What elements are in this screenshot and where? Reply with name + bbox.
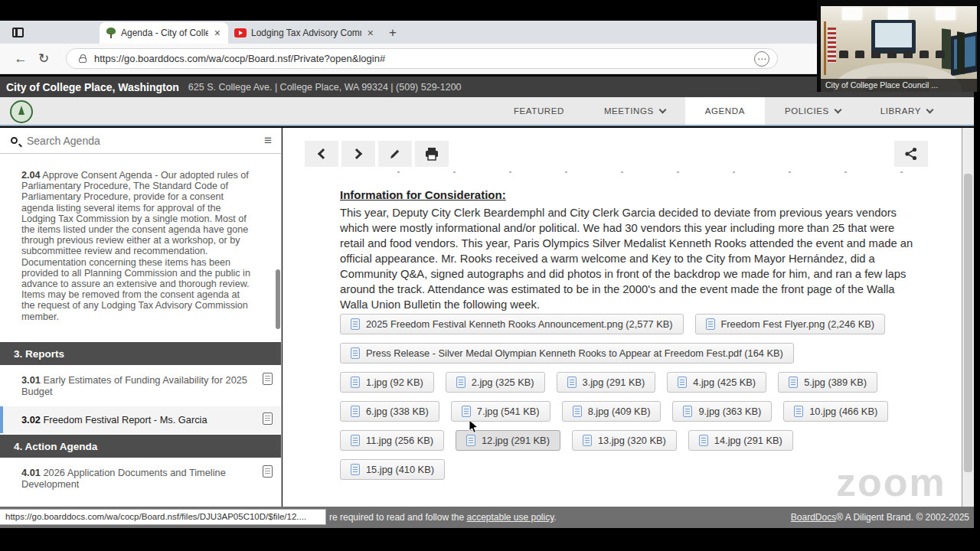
clipped-text-remnants [397,171,903,173]
close-tab-icon[interactable]: × [366,27,375,39]
printer-icon [424,147,439,161]
attachment-button[interactable]: Press Release - Silver Medal Olympian Ke… [340,343,794,364]
tab-title: Lodging Tax Advisory Commissio [251,28,361,38]
attachment-label: 8.jpg (409 KB) [588,406,651,417]
attachment-label: 15.jpg (410 KB) [366,464,434,475]
acceptable-use-policy-link[interactable]: acceptable use policy [466,512,554,523]
browser-back-button[interactable]: ← [9,51,32,67]
file-icon [462,406,471,417]
nav-item-policies[interactable]: POLICIES [765,97,861,125]
tab-agenda[interactable]: Agenda - City of College Place, W × [100,22,228,44]
attachment-label: 6.jpg (338 KB) [366,406,429,417]
attachment-button[interactable]: 15.jpg (410 KB) [340,459,445,480]
toolbar [305,141,449,167]
attachment-button[interactable]: 14.jpg (291 KB) [688,430,793,451]
lock-icon [79,57,87,63]
file-icon [678,377,687,388]
nav-item-label: FEATURED [514,106,564,116]
file-icon [351,318,360,330]
chevron-down-icon [658,106,666,114]
attachment-button[interactable]: 1.jpg (92 KB) [340,372,434,393]
chevron-down-icon [834,106,841,114]
edit-button[interactable] [378,141,412,167]
file-icon [789,377,798,388]
file-icon [351,464,360,475]
url-text[interactable]: https://go.boarddocs.com/wa/cocp/Board.n… [94,53,754,64]
agenda-item-4-01[interactable]: 4.01 2026 Application Documents and Time… [0,459,282,497]
more-options-icon[interactable]: ⋯ [754,51,769,67]
attachment-button[interactable]: 6.jpg (338 KB) [340,401,439,422]
agenda-section-header[interactable]: 4. Action Agenda [0,435,282,458]
attachment-button[interactable]: 4.jpg (425 KB) [667,372,766,393]
section-header-label: 3. Reports [14,348,64,360]
ceiling-light [936,8,956,20]
attachment-button[interactable]: 8.jpg (409 KB) [562,401,662,422]
pencil-icon [388,147,402,161]
file-icon [573,406,582,417]
print-button[interactable] [415,141,449,167]
attachment-row: 1.jpg (92 KB) 2.jpg (325 KB) 3.jpg (291 … [340,372,888,393]
document-icon [263,412,273,425]
section-header-label: 4. Action Agenda [14,441,97,452]
agenda-section-header[interactable]: 3. Reports [0,342,282,365]
url-input[interactable]: https://go.boarddocs.com/wa/cocp/Board.n… [66,48,778,69]
attachment-button[interactable]: 2.jpg (325 KB) [446,372,545,393]
next-item-button[interactable] [341,141,375,167]
tab-title: Agenda - City of College Place, W [121,28,208,38]
menu-icon[interactable]: ≡ [264,133,272,148]
sidebar-scrollbar[interactable] [276,269,280,329]
nav-item-meetings[interactable]: MEETINGS [584,97,685,125]
attachment-button[interactable]: Freedom Fest Flyer.png (2,246 KB) [695,314,886,334]
nav-item-featured[interactable]: FEATURED [494,97,584,125]
chevron-left-icon [318,148,328,159]
attachment-label: 2025 Freedom Festival Kenneth Rooks Anno… [366,318,673,330]
attachment-label: 4.jpg (425 KB) [693,377,756,388]
screen: Agenda - City of College Place, W × Lodg… [0,0,980,551]
attachment-row: 11.jpg (256 KB) 12.jpg (291 KB) 13.jpg (… [340,430,888,451]
attachment-button[interactable]: 9.jpg (363 KB) [672,401,772,422]
ceiling-light [842,8,862,20]
agenda-item-number: 2.04 [21,170,41,181]
file-icon [683,406,692,417]
attachment-label: 14.jpg (291 KB) [714,435,782,446]
tab-workspaces-icon[interactable] [8,23,28,41]
attachment-label: 12.jpg (291 KB) [482,435,550,446]
agenda-item-text: Approve Consent Agenda - Our adopted rul… [21,170,250,322]
nav-item-label: LIBRARY [880,106,921,116]
boarddocs-link[interactable]: BoardDocs [791,512,836,523]
close-tab-icon[interactable]: × [213,27,222,39]
agenda-item-label: Early Estimates of Funding Availability … [21,374,247,397]
share-icon [904,147,918,161]
nav-item-label: AGENDA [705,106,745,116]
new-tab-button[interactable]: + [389,25,397,41]
document-icon [263,465,273,478]
file-icon [351,377,360,388]
attachment-button[interactable]: 10.jpg (466 KB) [783,401,888,422]
attachment-button[interactable]: 13.jpg (320 KB) [572,430,677,451]
scrollbar-thumb[interactable] [964,174,972,472]
search-input[interactable] [25,134,264,148]
tab-lodging-tax[interactable]: Lodging Tax Advisory Commissio × [228,22,381,44]
share-button[interactable] [894,141,928,167]
agenda-item-2-04[interactable]: 2.04 Approve Consent Agenda - Our adopte… [21,170,253,322]
site-subtitle: 625 S. College Ave. | College Place, WA … [188,82,462,93]
browser-refresh-button[interactable]: ↻ [32,51,55,67]
attachment-label: 5.jpg (389 KB) [804,377,867,388]
nav-item-agenda[interactable]: AGENDA [685,97,765,125]
file-icon [699,435,708,446]
attachment-label: 11.jpg (256 KB) [366,435,433,446]
attachment-button[interactable]: 11.jpg (256 KB) [340,430,444,451]
agenda-item-3-01[interactable]: 3.01 Early Estimates of Funding Availabi… [0,367,282,405]
council-chamber-video: City of College Place Council ... [821,6,977,92]
attachment-label: Freedom Fest Flyer.png (2,246 KB) [721,318,875,330]
attachment-button[interactable]: 2025 Freedom Festival Kenneth Rooks Anno… [340,314,684,334]
page-scrollbar[interactable] [962,128,974,507]
agenda-item-3-02[interactable]: 3.02 Freedom Festival Report - Ms. Garci… [0,406,282,433]
video-overlay[interactable]: City of College Place Council ... [817,0,980,92]
prev-item-button[interactable] [305,141,338,167]
nav-item-library[interactable]: LIBRARY [861,97,952,125]
attachment-button[interactable]: 5.jpg (389 KB) [778,372,877,393]
attachment-button[interactable]: 7.jpg (541 KB) [451,401,550,422]
chevron-down-icon [926,106,934,114]
attachment-button[interactable]: 3.jpg (291 KB) [557,372,656,393]
